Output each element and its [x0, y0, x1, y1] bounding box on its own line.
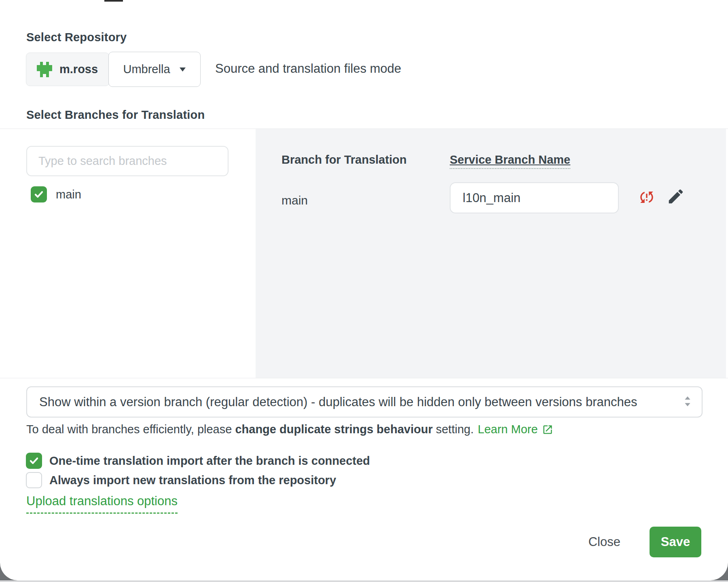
always-import-label: Always import new translations from the …	[49, 474, 336, 487]
duplicate-strings-select-value: Show within a version branch (regular de…	[27, 395, 680, 409]
learn-more-label: Learn More	[478, 423, 538, 436]
sync-problem-icon[interactable]	[638, 189, 655, 206]
select-updown-icon	[681, 394, 694, 410]
select-repository-heading: Select Repository	[26, 31, 127, 44]
account-name: m.ross	[59, 63, 98, 76]
save-button[interactable]: Save	[650, 527, 701, 557]
select-branches-heading: Select Branches for Translation	[26, 108, 205, 122]
service-branch-panel: Branch for Translation Service Branch Na…	[256, 129, 726, 378]
repo-avatar-identicon	[37, 62, 52, 77]
hint-text-suffix: setting.	[433, 423, 474, 436]
learn-more-link[interactable]: Learn More	[478, 423, 553, 436]
dialog-footer: Close Save	[588, 527, 701, 557]
branch-configuration-dialog: Select Repository m.ross Umbrella Source…	[0, 0, 728, 580]
account-chip[interactable]: m.ross	[26, 53, 110, 86]
scrolled-content-edge	[104, 0, 123, 2]
edit-pencil-icon[interactable]	[667, 187, 685, 206]
hint-text-prefix: To deal with branches efficiently, pleas…	[26, 423, 235, 436]
checkmark-icon	[29, 455, 39, 466]
branch-list-item-main[interactable]: main	[31, 186, 81, 202]
branch-name-label: main	[56, 188, 81, 201]
duplicates-hint: To deal with branches efficiently, pleas…	[26, 423, 553, 436]
branch-search-input[interactable]	[26, 146, 229, 176]
duplicate-strings-select[interactable]: Show within a version branch (regular de…	[26, 386, 703, 418]
upload-translations-options-link[interactable]: Upload translations options	[26, 494, 178, 514]
always-import-option[interactable]: Always import new translations from the …	[26, 472, 336, 488]
external-link-icon	[542, 424, 553, 435]
one-time-import-checkbox-checked[interactable]	[26, 453, 42, 469]
chevron-down-icon	[179, 67, 186, 72]
branch-checkbox-checked[interactable]	[31, 186, 47, 202]
column-header-service-branch: Service Branch Name	[450, 153, 570, 169]
checkmark-icon	[34, 189, 44, 200]
branches-panels: main Branch for Translation Service Bran…	[0, 129, 728, 378]
close-button[interactable]: Close	[588, 535, 620, 549]
one-time-import-option[interactable]: One-time translation import after the br…	[26, 453, 370, 469]
repository-dropdown[interactable]: Umbrella	[108, 52, 201, 87]
hint-text-bold: change duplicate strings behaviour	[235, 423, 432, 436]
one-time-import-label: One-time translation import after the br…	[49, 454, 370, 468]
column-header-branch: Branch for Translation	[281, 153, 406, 167]
always-import-checkbox-unchecked[interactable]	[26, 472, 42, 488]
service-branch-name-input[interactable]	[450, 182, 619, 213]
table-row-branch-name: main	[281, 194, 308, 207]
files-mode-label: Source and translation files mode	[215, 61, 401, 76]
repository-dropdown-value: Umbrella	[123, 63, 170, 76]
